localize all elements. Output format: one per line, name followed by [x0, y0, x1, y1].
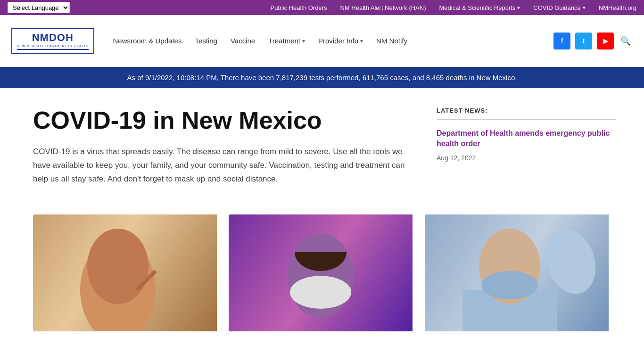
nav-provider-info[interactable]: Provider Info: [318, 37, 363, 45]
topbar-link-nmhealth[interactable]: NMHealth.org: [599, 4, 636, 11]
logo[interactable]: NMDOH NEW MEXICO DEPARTMENT OF HEALTH: [11, 28, 94, 54]
image-card-testing[interactable]: [33, 214, 219, 331]
alert-text: As of 9/1/2022, 10:08:14 PM, There have …: [127, 74, 517, 82]
main-content: COVID-19 in New Mexico COVID-19 is a vir…: [0, 88, 644, 205]
topbar-link-han[interactable]: NM Health Alert Network (HAN): [340, 4, 426, 11]
image-card-healthcare[interactable]: [425, 214, 611, 331]
search-icon[interactable]: 🔍: [619, 34, 633, 48]
card2-canvas: [229, 214, 413, 331]
logo-abbr: NMDOH: [32, 32, 74, 44]
logo-fullname: NEW MEXICO DEPARTMENT OF HEALTH: [17, 44, 89, 48]
nav-right: f t ▶ 🔍: [553, 33, 633, 49]
latest-news-label: LATEST NEWS:: [437, 107, 616, 114]
nav-testing[interactable]: Testing: [195, 37, 217, 45]
image-cards: [0, 214, 644, 331]
youtube-button[interactable]: ▶: [597, 33, 614, 49]
nav-left: NMDOH NEW MEXICO DEPARTMENT OF HEALTH Ne…: [11, 28, 407, 54]
news-item-date: Aug 12, 2022: [437, 154, 616, 162]
top-bar: Select Language Spanish Navajo Public He…: [0, 0, 644, 15]
twitter-button[interactable]: t: [575, 33, 592, 49]
news-divider: [437, 119, 616, 120]
language-select[interactable]: Select Language Spanish Navajo: [8, 2, 70, 13]
card1-canvas: [33, 214, 217, 331]
top-bar-links: Public Health Orders NM Health Alert Net…: [271, 4, 636, 11]
card3-canvas: [425, 214, 609, 331]
nav-nm-notify[interactable]: NM Notify: [376, 37, 407, 45]
content-right: LATEST NEWS: Department of Health amends…: [437, 107, 616, 186]
nav-newsroom[interactable]: Newsroom & Updates: [113, 37, 182, 45]
logo-line: [17, 49, 89, 50]
topbar-link-covid-guidance[interactable]: COVID Guidance: [533, 4, 585, 11]
page-title: COVID-19 in New Mexico: [33, 107, 418, 134]
alert-bar: As of 9/1/2022, 10:08:14 PM, There have …: [0, 67, 644, 88]
nav-treatment[interactable]: Treatment: [268, 37, 305, 45]
nav-links: Newsroom & Updates Testing Vaccine Treat…: [113, 37, 407, 45]
nav-vaccine[interactable]: Vaccine: [231, 37, 255, 45]
logo-box: NMDOH NEW MEXICO DEPARTMENT OF HEALTH: [11, 28, 94, 54]
page-description: COVID-19 is a virus that spreads easily.…: [33, 145, 418, 186]
topbar-link-medical-reports[interactable]: Medical & Scientific Reports: [439, 4, 520, 11]
content-left: COVID-19 in New Mexico COVID-19 is a vir…: [33, 107, 418, 186]
news-item-title[interactable]: Department of Health amends emergency pu…: [437, 128, 616, 149]
main-nav: NMDOH NEW MEXICO DEPARTMENT OF HEALTH Ne…: [0, 15, 644, 67]
topbar-link-public-health-orders[interactable]: Public Health Orders: [271, 4, 327, 11]
facebook-button[interactable]: f: [553, 33, 570, 49]
image-card-mask[interactable]: [229, 214, 415, 331]
